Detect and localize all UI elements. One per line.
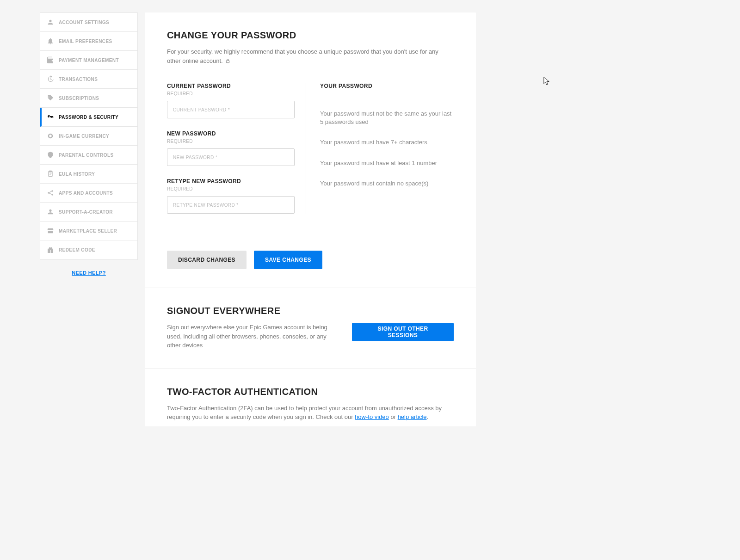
sidebar-item-eula-history[interactable]: EULA HISTORY xyxy=(40,165,137,184)
required-label: REQUIRED xyxy=(167,91,292,96)
sidebar-item-label: REDEEM CODE xyxy=(59,247,95,252)
person-icon xyxy=(47,208,54,215)
wallet-icon xyxy=(47,56,54,64)
two-factor-section: TWO-FACTOR AUTHENTICATION Two-Factor Aut… xyxy=(145,369,476,426)
store-icon xyxy=(47,227,54,234)
sidebar-item-label: SUPPORT-A-CREATOR xyxy=(59,209,113,215)
tag-icon xyxy=(47,94,54,102)
discard-changes-button[interactable]: DISCARD CHANGES xyxy=(167,251,247,269)
save-changes-button[interactable]: SAVE CHANGES xyxy=(254,251,322,269)
sidebar-item-label: PASSWORD & SECURITY xyxy=(59,115,118,120)
sidebar-item-email-preferences[interactable]: EMAIL PREFERENCES xyxy=(40,32,137,51)
sidebar-item-label: PAYMENT MANAGEMENT xyxy=(59,58,119,63)
signout-title: SIGNOUT EVERYWHERE xyxy=(167,306,454,316)
sign-out-other-sessions-button[interactable]: SIGN OUT OTHER SESSIONS xyxy=(352,323,454,341)
sidebar-item-transactions[interactable]: TRANSACTIONS xyxy=(40,70,137,89)
main-content: CHANGE YOUR PASSWORD For your security, … xyxy=(145,12,476,426)
required-label: REQUIRED xyxy=(167,139,292,144)
change-password-title: CHANGE YOUR PASSWORD xyxy=(167,30,454,41)
required-label: REQUIRED xyxy=(167,186,292,191)
sidebar-item-parental-controls[interactable]: PARENTAL CONTROLS xyxy=(40,146,137,165)
sidebar-item-label: SUBSCRIPTIONS xyxy=(59,96,99,101)
password-rule: Your password must have at least 1 numbe… xyxy=(320,159,454,167)
sidebar-column: ACCOUNT SETTINGS EMAIL PREFERENCES PAYME… xyxy=(40,12,138,276)
history-icon xyxy=(47,75,54,83)
svg-rect-6 xyxy=(227,61,229,63)
sidebar-item-label: ACCOUNT SETTINGS xyxy=(59,20,109,25)
new-password-label: NEW PASSWORD xyxy=(167,130,292,137)
current-password-input[interactable] xyxy=(167,101,295,118)
sidebar-item-redeem-code[interactable]: REDEEM CODE xyxy=(40,240,137,259)
sidebar-item-marketplace-seller[interactable]: MARKETPLACE SELLER xyxy=(40,222,137,240)
new-password-input[interactable] xyxy=(167,148,295,166)
signout-section: SIGNOUT EVERYWHERE Sign out everywhere e… xyxy=(145,288,476,369)
sidebar-item-label: PARENTAL CONTROLS xyxy=(59,153,113,158)
sidebar-item-password-security[interactable]: PASSWORD & SECURITY xyxy=(40,108,137,127)
coin-icon xyxy=(47,132,54,140)
two-factor-description: Two-Factor Authentication (2FA) can be u… xyxy=(167,404,454,422)
sidebar-item-label: MARKETPLACE SELLER xyxy=(59,228,117,234)
sidebar-item-in-game-currency[interactable]: IN-GAME CURRENCY xyxy=(40,127,137,146)
person-icon xyxy=(47,18,54,26)
need-help-link-container: NEED HELP? xyxy=(40,270,138,276)
sidebar-item-label: IN-GAME CURRENCY xyxy=(59,134,109,139)
password-form: CURRENT PASSWORD REQUIRED NEW PASSWORD R… xyxy=(167,83,306,214)
password-rule: Your password must have 7+ characters xyxy=(320,138,454,147)
key-icon xyxy=(47,113,54,121)
retype-password-input[interactable] xyxy=(167,196,295,214)
sidebar-item-label: EMAIL PREFERENCES xyxy=(59,39,112,44)
shield-icon xyxy=(47,151,54,159)
share-icon xyxy=(47,189,54,197)
retype-password-label: RETYPE NEW PASSWORD xyxy=(167,178,292,185)
change-password-section: CHANGE YOUR PASSWORD For your security, … xyxy=(145,12,476,288)
clipboard-icon xyxy=(47,170,54,178)
sidebar-item-label: EULA HISTORY xyxy=(59,172,95,177)
sidebar-item-payment-management[interactable]: PAYMENT MANAGEMENT xyxy=(40,51,137,70)
how-to-video-link[interactable]: how-to video xyxy=(355,413,389,420)
sidebar-item-account-settings[interactable]: ACCOUNT SETTINGS xyxy=(40,13,137,32)
password-rules: YOUR PASSWORD Your password must not be … xyxy=(306,83,454,214)
password-rules-title: YOUR PASSWORD xyxy=(320,83,454,89)
lock-icon xyxy=(225,58,230,64)
sidebar-item-support-a-creator[interactable]: SUPPORT-A-CREATOR xyxy=(40,203,137,222)
gift-icon xyxy=(47,246,54,254)
svg-point-1 xyxy=(49,135,51,137)
sidebar: ACCOUNT SETTINGS EMAIL PREFERENCES PAYME… xyxy=(40,12,138,260)
signout-description: Sign out everywhere else your Epic Games… xyxy=(167,323,333,350)
sidebar-item-label: APPS AND ACCOUNTS xyxy=(59,191,113,196)
bell-icon xyxy=(47,37,54,45)
two-factor-title: TWO-FACTOR AUTHENTICATION xyxy=(167,387,454,397)
sidebar-item-apps-and-accounts[interactable]: APPS AND ACCOUNTS xyxy=(40,184,137,203)
need-help-link[interactable]: NEED HELP? xyxy=(72,270,106,276)
password-rule: Your password must contain no space(s) xyxy=(320,179,454,188)
sidebar-item-label: TRANSACTIONS xyxy=(59,77,98,82)
current-password-label: CURRENT PASSWORD xyxy=(167,83,292,89)
change-password-description: For your security, we highly recommend t… xyxy=(167,47,454,65)
help-article-link[interactable]: help article xyxy=(398,413,427,420)
sidebar-item-subscriptions[interactable]: SUBSCRIPTIONS xyxy=(40,89,137,108)
password-rule: Your password must not be the same as yo… xyxy=(320,110,454,126)
